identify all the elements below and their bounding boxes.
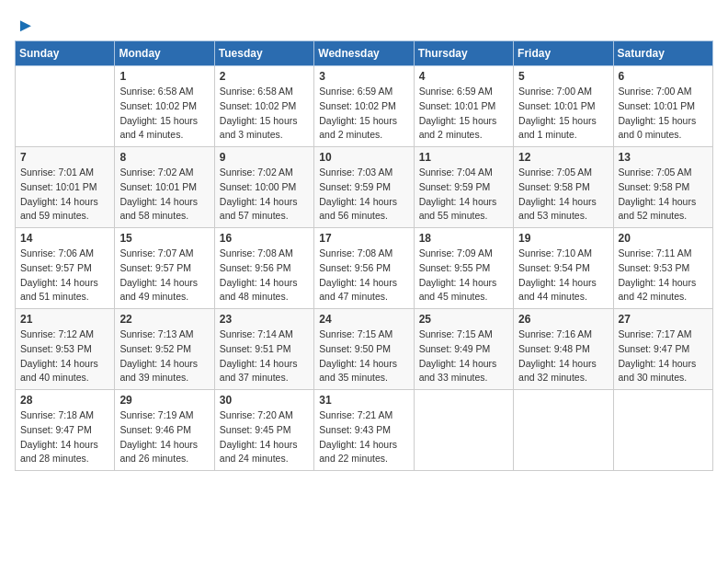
calendar-cell: 29Sunrise: 7:19 AM Sunset: 9:46 PM Dayli… — [115, 390, 214, 471]
week-row-5: 28Sunrise: 7:18 AM Sunset: 9:47 PM Dayli… — [16, 390, 713, 471]
calendar-cell: 20Sunrise: 7:11 AM Sunset: 9:53 PM Dayli… — [613, 228, 712, 309]
day-number: 12 — [518, 151, 608, 164]
calendar-cell: 17Sunrise: 7:08 AM Sunset: 9:56 PM Dayli… — [314, 228, 414, 309]
day-number: 21 — [20, 313, 109, 326]
week-row-1: 1Sunrise: 6:58 AM Sunset: 10:02 PM Dayli… — [16, 66, 713, 147]
day-info: Sunrise: 7:02 AM Sunset: 10:00 PM Daylig… — [220, 166, 309, 224]
calendar-cell: 8Sunrise: 7:02 AM Sunset: 10:01 PM Dayli… — [115, 147, 214, 228]
calendar-cell: 7Sunrise: 7:01 AM Sunset: 10:01 PM Dayli… — [16, 147, 115, 228]
day-info: Sunrise: 7:00 AM Sunset: 10:01 PM Daylig… — [518, 85, 608, 143]
calendar-cell: 16Sunrise: 7:08 AM Sunset: 9:56 PM Dayli… — [214, 228, 313, 309]
day-info: Sunrise: 7:10 AM Sunset: 9:54 PM Dayligh… — [518, 247, 608, 304]
day-info: Sunrise: 7:06 AM Sunset: 9:57 PM Dayligh… — [20, 247, 109, 304]
calendar-cell: 2Sunrise: 6:58 AM Sunset: 10:02 PM Dayli… — [214, 66, 313, 147]
calendar-cell: 14Sunrise: 7:06 AM Sunset: 9:57 PM Dayli… — [16, 228, 115, 309]
calendar-cell: 5Sunrise: 7:00 AM Sunset: 10:01 PM Dayli… — [514, 66, 613, 147]
calendar-cell — [613, 390, 712, 471]
calendar-cell: 21Sunrise: 7:12 AM Sunset: 9:53 PM Dayli… — [16, 309, 115, 390]
column-header-wednesday: Wednesday — [314, 41, 414, 66]
calendar-cell: 28Sunrise: 7:18 AM Sunset: 9:47 PM Dayli… — [16, 390, 115, 471]
calendar-cell — [514, 390, 613, 471]
day-info: Sunrise: 6:58 AM Sunset: 10:02 PM Daylig… — [220, 85, 309, 143]
calendar-cell: 9Sunrise: 7:02 AM Sunset: 10:00 PM Dayli… — [214, 147, 313, 228]
day-number: 19 — [518, 232, 608, 245]
calendar-cell — [414, 390, 513, 471]
calendar-cell: 19Sunrise: 7:10 AM Sunset: 9:54 PM Dayli… — [514, 228, 613, 309]
day-info: Sunrise: 6:59 AM Sunset: 10:02 PM Daylig… — [319, 85, 408, 143]
week-row-4: 21Sunrise: 7:12 AM Sunset: 9:53 PM Dayli… — [16, 309, 713, 390]
calendar-cell: 13Sunrise: 7:05 AM Sunset: 9:58 PM Dayli… — [613, 147, 712, 228]
day-number: 28 — [20, 394, 109, 407]
calendar-cell: 23Sunrise: 7:14 AM Sunset: 9:51 PM Dayli… — [214, 309, 313, 390]
day-number: 15 — [119, 232, 209, 245]
day-info: Sunrise: 7:01 AM Sunset: 10:01 PM Daylig… — [20, 166, 109, 224]
day-number: 4 — [419, 70, 508, 83]
calendar-cell: 18Sunrise: 7:09 AM Sunset: 9:55 PM Dayli… — [414, 228, 513, 309]
calendar-cell: 4Sunrise: 6:59 AM Sunset: 10:01 PM Dayli… — [414, 66, 513, 147]
day-number: 5 — [518, 70, 608, 83]
day-number: 17 — [319, 232, 408, 245]
calendar-cell — [16, 66, 115, 147]
day-info: Sunrise: 7:16 AM Sunset: 9:48 PM Dayligh… — [518, 327, 608, 385]
day-info: Sunrise: 7:19 AM Sunset: 9:46 PM Dayligh… — [119, 408, 209, 466]
day-number: 29 — [119, 394, 209, 407]
day-number: 6 — [619, 70, 708, 83]
day-info: Sunrise: 7:04 AM Sunset: 9:59 PM Dayligh… — [419, 166, 508, 224]
day-number: 20 — [619, 232, 708, 245]
header-row: SundayMondayTuesdayWednesdayThursdayFrid… — [16, 41, 713, 66]
day-number: 7 — [20, 151, 109, 164]
calendar-cell: 27Sunrise: 7:17 AM Sunset: 9:47 PM Dayli… — [613, 309, 712, 390]
calendar-cell: 11Sunrise: 7:04 AM Sunset: 9:59 PM Dayli… — [414, 147, 513, 228]
page-header: ► — [15, 15, 713, 33]
day-number: 30 — [220, 394, 309, 407]
day-number: 31 — [319, 394, 408, 407]
day-info: Sunrise: 7:02 AM Sunset: 10:01 PM Daylig… — [119, 166, 209, 224]
day-number: 23 — [220, 313, 309, 326]
day-info: Sunrise: 7:05 AM Sunset: 9:58 PM Dayligh… — [518, 166, 608, 224]
day-info: Sunrise: 7:09 AM Sunset: 9:55 PM Dayligh… — [419, 247, 508, 304]
calendar-cell: 26Sunrise: 7:16 AM Sunset: 9:48 PM Dayli… — [514, 309, 613, 390]
day-number: 2 — [220, 70, 309, 83]
column-header-monday: Monday — [115, 41, 214, 66]
calendar-cell: 3Sunrise: 6:59 AM Sunset: 10:02 PM Dayli… — [314, 66, 414, 147]
calendar-table: SundayMondayTuesdayWednesdayThursdayFrid… — [15, 40, 713, 471]
day-info: Sunrise: 7:08 AM Sunset: 9:56 PM Dayligh… — [319, 247, 408, 304]
day-number: 8 — [119, 151, 209, 164]
calendar-cell: 12Sunrise: 7:05 AM Sunset: 9:58 PM Dayli… — [514, 147, 613, 228]
day-number: 16 — [220, 232, 309, 245]
day-info: Sunrise: 7:20 AM Sunset: 9:45 PM Dayligh… — [220, 408, 309, 466]
day-info: Sunrise: 7:03 AM Sunset: 9:59 PM Dayligh… — [319, 166, 408, 224]
week-row-3: 14Sunrise: 7:06 AM Sunset: 9:57 PM Dayli… — [16, 228, 713, 309]
day-number: 11 — [419, 151, 508, 164]
day-info: Sunrise: 7:13 AM Sunset: 9:52 PM Dayligh… — [119, 327, 209, 385]
calendar-cell: 30Sunrise: 7:20 AM Sunset: 9:45 PM Dayli… — [214, 390, 313, 471]
day-number: 18 — [419, 232, 508, 245]
day-info: Sunrise: 7:21 AM Sunset: 9:43 PM Dayligh… — [319, 408, 408, 466]
day-info: Sunrise: 7:00 AM Sunset: 10:01 PM Daylig… — [619, 85, 708, 143]
day-info: Sunrise: 7:05 AM Sunset: 9:58 PM Dayligh… — [619, 166, 708, 224]
day-number: 24 — [319, 313, 408, 326]
calendar-cell: 25Sunrise: 7:15 AM Sunset: 9:49 PM Dayli… — [414, 309, 513, 390]
day-info: Sunrise: 7:14 AM Sunset: 9:51 PM Dayligh… — [220, 327, 309, 385]
day-info: Sunrise: 6:58 AM Sunset: 10:02 PM Daylig… — [119, 85, 209, 143]
column-header-saturday: Saturday — [613, 41, 712, 66]
day-info: Sunrise: 7:08 AM Sunset: 9:56 PM Dayligh… — [220, 247, 309, 304]
day-number: 27 — [619, 313, 708, 326]
day-number: 25 — [419, 313, 508, 326]
week-row-2: 7Sunrise: 7:01 AM Sunset: 10:01 PM Dayli… — [16, 147, 713, 228]
column-header-friday: Friday — [514, 41, 613, 66]
day-number: 14 — [20, 232, 109, 245]
calendar-cell: 6Sunrise: 7:00 AM Sunset: 10:01 PM Dayli… — [613, 66, 712, 147]
day-info: Sunrise: 7:17 AM Sunset: 9:47 PM Dayligh… — [619, 327, 708, 385]
day-info: Sunrise: 7:11 AM Sunset: 9:53 PM Dayligh… — [619, 247, 708, 304]
day-info: Sunrise: 6:59 AM Sunset: 10:01 PM Daylig… — [419, 85, 508, 143]
day-number: 13 — [619, 151, 708, 164]
day-number: 26 — [518, 313, 608, 326]
day-info: Sunrise: 7:07 AM Sunset: 9:57 PM Dayligh… — [119, 247, 209, 304]
day-info: Sunrise: 7:12 AM Sunset: 9:53 PM Dayligh… — [20, 327, 109, 385]
day-info: Sunrise: 7:18 AM Sunset: 9:47 PM Dayligh… — [20, 408, 109, 466]
day-info: Sunrise: 7:15 AM Sunset: 9:50 PM Dayligh… — [319, 327, 408, 385]
day-number: 22 — [119, 313, 209, 326]
calendar-cell: 1Sunrise: 6:58 AM Sunset: 10:02 PM Dayli… — [115, 66, 214, 147]
calendar-cell: 22Sunrise: 7:13 AM Sunset: 9:52 PM Dayli… — [115, 309, 214, 390]
